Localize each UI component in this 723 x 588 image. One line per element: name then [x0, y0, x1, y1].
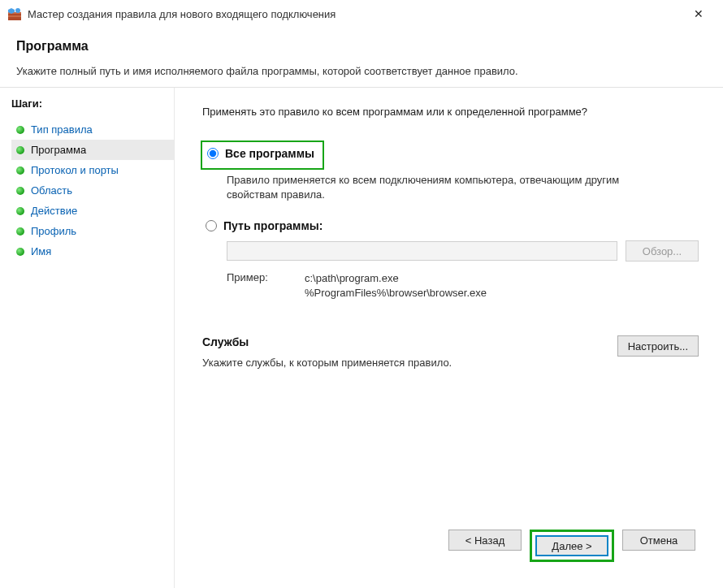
- radio-program-path[interactable]: [206, 220, 217, 231]
- radio-all-programs-label: Все программы: [225, 147, 314, 160]
- step-profile[interactable]: Профиль: [11, 221, 174, 241]
- back-button[interactable]: < Назад: [448, 530, 522, 551]
- example-line-2: %ProgramFiles%\browser\browser.exe: [305, 286, 487, 300]
- services-heading: Службы: [202, 335, 452, 348]
- example-row: Пример: c:\path\program.exe %ProgramFile…: [227, 271, 699, 300]
- bullet-icon: [16, 187, 24, 195]
- step-label: Профиль: [31, 225, 76, 237]
- bullet-icon: [16, 227, 24, 236]
- services-description: Укажите службы, к которым применяется пр…: [202, 357, 452, 369]
- prompt-text: Применять это правило ко всем программам…: [202, 106, 699, 118]
- program-path-input[interactable]: [227, 241, 617, 261]
- step-label: Имя: [31, 245, 51, 257]
- page-title: Программа: [16, 39, 707, 54]
- steps-heading: Шаги:: [11, 96, 174, 111]
- steps-sidebar: Шаги: Тип правила Программа Протокол и п…: [0, 88, 175, 588]
- next-button[interactable]: Далее >: [535, 535, 608, 556]
- radio-all-programs[interactable]: [207, 148, 219, 159]
- highlight-all-programs: Все программы: [201, 141, 324, 170]
- step-rule-type[interactable]: Тип правила: [11, 119, 174, 140]
- firewall-icon: [8, 7, 21, 20]
- step-program[interactable]: Программа: [11, 140, 174, 160]
- browse-button[interactable]: Обзор...: [626, 240, 699, 262]
- svg-point-3: [15, 8, 20, 13]
- step-action[interactable]: Действие: [11, 201, 174, 221]
- cancel-button[interactable]: Отмена: [622, 530, 695, 551]
- window-title: Мастер создания правила для нового входя…: [28, 8, 682, 20]
- bullet-icon: [16, 146, 24, 154]
- highlight-next: Далее >: [530, 530, 614, 562]
- titlebar: Мастер создания правила для нового входя…: [0, 0, 723, 28]
- bullet-icon: [16, 126, 24, 134]
- all-programs-description: Правило применяется ко всем подключениям…: [227, 173, 665, 201]
- step-name[interactable]: Имя: [11, 241, 174, 262]
- step-label: Протокол и порты: [31, 164, 119, 176]
- step-scope[interactable]: Область: [11, 180, 174, 201]
- close-button[interactable]: ✕: [682, 2, 715, 25]
- bullet-icon: [16, 248, 24, 256]
- main-panel: Применять это правило ко всем программам…: [175, 88, 723, 588]
- step-label: Тип правила: [31, 123, 93, 136]
- wizard-window: Мастер создания правила для нового входя…: [0, 0, 723, 588]
- example-label: Пример:: [227, 271, 275, 300]
- header-section: Программа Укажите полный путь и имя испо…: [0, 28, 723, 87]
- step-label: Программа: [31, 144, 86, 156]
- step-label: Область: [31, 184, 72, 197]
- svg-rect-2: [8, 15, 21, 17]
- bullet-icon: [16, 207, 24, 215]
- bullet-icon: [16, 166, 24, 175]
- radio-program-path-label: Путь программы:: [223, 219, 323, 232]
- example-line-1: c:\path\program.exe: [305, 271, 487, 286]
- page-subtitle: Укажите полный путь и имя исполняемого ф…: [16, 65, 707, 77]
- configure-services-button[interactable]: Настроить...: [617, 335, 699, 357]
- footer-buttons: < Назад Далее > Отмена: [202, 518, 699, 580]
- step-label: Действие: [31, 205, 77, 217]
- step-protocol-ports[interactable]: Протокол и порты: [11, 160, 174, 180]
